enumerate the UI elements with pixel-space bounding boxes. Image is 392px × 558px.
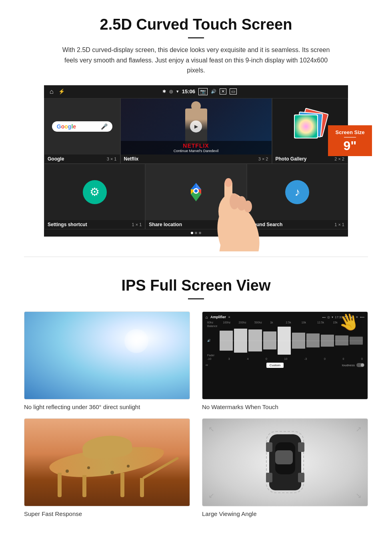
amp-footer: ‹‹ Custom loudness bbox=[206, 363, 364, 368]
leg4 bbox=[140, 478, 144, 497]
sound-thumbnail: ♪ bbox=[247, 164, 348, 220]
google-logo: Google bbox=[57, 123, 76, 130]
app-cell-share[interactable]: Share location 1 × 1 bbox=[145, 164, 246, 229]
status-left: ⌂ ⚡ bbox=[50, 88, 65, 95]
netflix-subtitle: Continue Marvel's Daredevil bbox=[123, 149, 269, 153]
cheetah-label: Super Fast Response bbox=[24, 510, 190, 517]
eq-zero-line bbox=[220, 341, 363, 341]
maps-icon bbox=[184, 180, 208, 204]
play-button[interactable]: ▶ bbox=[190, 120, 202, 132]
leg3 bbox=[120, 473, 124, 497]
home-icon[interactable]: ⌂ bbox=[50, 88, 54, 95]
section2-divider bbox=[188, 298, 204, 299]
arrow-br: ↘ bbox=[356, 491, 362, 500]
badge-size: 9" bbox=[333, 139, 367, 152]
amp-custom-btn[interactable]: Custom bbox=[266, 363, 284, 368]
section-divider bbox=[24, 257, 368, 257]
app-cell-settings[interactable]: ⚙ Settings shortcut 1 × 1 bbox=[44, 164, 145, 229]
status-bar: ⌂ ⚡ ✱ ◎ ▾ 15:06 📷 🔊 ✕ ▭ bbox=[44, 85, 348, 98]
amp-left-labels: Balance 🔊 Fader bbox=[207, 325, 217, 357]
gallery-label: Photo Gallery bbox=[276, 156, 307, 162]
gallery-size: 2 × 2 bbox=[334, 157, 344, 161]
gear-icon: ⚙ bbox=[90, 185, 100, 199]
badge-divider bbox=[344, 137, 356, 138]
badge-title: Screen Size bbox=[333, 129, 367, 135]
section1-divider bbox=[188, 37, 204, 38]
car-wheel-fl bbox=[266, 442, 272, 452]
car-body bbox=[269, 434, 301, 490]
share-label-row: Share location 1 × 1 bbox=[146, 220, 246, 229]
amp-scale: -10 3 4 0 10 -3 0 0 0 bbox=[206, 357, 364, 361]
flower-image bbox=[295, 115, 317, 138]
google-thumbnail: Google 🎤 bbox=[44, 98, 120, 155]
settings-thumbnail: ⚙ bbox=[44, 164, 145, 220]
settings-size: 1 × 1 bbox=[132, 222, 142, 227]
amplifier-label: No Watermarks When Touch bbox=[202, 403, 368, 410]
car-image: ↖ ↗ ↙ ↘ bbox=[202, 418, 368, 506]
section1-description: With 2.5D curved-display screen, this de… bbox=[60, 45, 332, 76]
sunlight-label: No light reflecting under 360° direct su… bbox=[24, 403, 190, 410]
app-cell-netflix[interactable]: ▶ NETFLIX Continue Marvel's Daredevil Ne… bbox=[120, 98, 272, 164]
feature-cheetah: Super Fast Response bbox=[24, 418, 190, 517]
arrow-bl: ↙ bbox=[208, 491, 214, 500]
google-size: 3 × 1 bbox=[107, 157, 117, 161]
settings-label-row: Settings shortcut 1 × 1 bbox=[44, 220, 145, 229]
wifi-icon: ▾ bbox=[176, 89, 179, 94]
maps-icon-svg bbox=[186, 182, 206, 202]
dots-indicator bbox=[44, 229, 348, 237]
amp-loudness-toggle[interactable]: loudness bbox=[342, 363, 364, 367]
netflix-thumbnail: ▶ NETFLIX Continue Marvel's Daredevil bbox=[121, 98, 272, 155]
settings-icon-circle: ⚙ bbox=[83, 180, 107, 204]
arrow-tr: ↗ bbox=[356, 425, 362, 434]
photo-card-3 bbox=[294, 114, 318, 138]
app-cell-google[interactable]: Google 🎤 Google 3 × 1 bbox=[44, 98, 120, 164]
sound-label: Sound Search bbox=[250, 222, 283, 227]
car-wheel-fr bbox=[298, 442, 304, 452]
spot4 bbox=[127, 465, 130, 468]
share-size: 1 × 1 bbox=[233, 222, 243, 227]
status-center: ✱ ◎ ▾ 15:06 📷 🔊 ✕ ▭ bbox=[162, 88, 237, 95]
window-icon: ▭ bbox=[230, 88, 237, 94]
settings-label: Settings shortcut bbox=[48, 222, 87, 227]
sunlight-image bbox=[24, 311, 190, 399]
car-roof bbox=[275, 442, 295, 474]
device-area: ⌂ ⚡ ✱ ◎ ▾ 15:06 📷 🔊 ✕ ▭ bbox=[24, 85, 368, 237]
eq-bars-container: 🖐 bbox=[220, 325, 363, 357]
volume-icon: 🔊 bbox=[211, 89, 216, 94]
sound-size: 1 × 1 bbox=[334, 222, 344, 227]
car-visual: ↖ ↗ ↙ ↘ bbox=[202, 419, 368, 506]
amp-eq-bars: Balance 🔊 Fader bbox=[206, 325, 364, 357]
dot-1 bbox=[191, 232, 193, 234]
google-search-bar[interactable]: Google 🎤 bbox=[52, 121, 112, 132]
google-label: Google bbox=[48, 156, 64, 162]
netflix-label: Netflix bbox=[124, 156, 139, 162]
app-cell-sound[interactable]: ♪ Sound Search 1 × 1 bbox=[247, 164, 348, 229]
google-label-row: Google 3 × 1 bbox=[44, 155, 120, 163]
sound-icon-circle: ♪ bbox=[285, 180, 309, 204]
svg-point-6 bbox=[194, 189, 198, 193]
amplifier-image: ⌂ Amplifier ≡ ••• ◎ ▾ 17:33 📷 🔊 ✕ bbox=[202, 311, 368, 399]
feature-sunlight: No light reflecting under 360° direct su… bbox=[24, 311, 190, 410]
bluetooth-icon: ✱ bbox=[162, 89, 166, 94]
usb-icon: ⚡ bbox=[58, 88, 65, 94]
cheetah-visual bbox=[24, 419, 190, 506]
device-mockup: ⌂ ⚡ ✱ ◎ ▾ 15:06 📷 🔊 ✕ ▭ bbox=[44, 85, 348, 237]
netflix-overlay: NETFLIX Continue Marvel's Daredevil bbox=[121, 141, 272, 155]
feature-grid: No light reflecting under 360° direct su… bbox=[24, 311, 368, 517]
photo-stack bbox=[294, 110, 326, 143]
netflix-size: 3 × 2 bbox=[258, 157, 268, 161]
car-label: Large Viewing Angle bbox=[202, 510, 368, 517]
car-wheel-rl bbox=[266, 473, 272, 482]
feature-car: ↖ ↗ ↙ ↘ bbox=[202, 418, 368, 517]
status-time: 15:06 bbox=[182, 88, 195, 94]
location-icon: ◎ bbox=[169, 89, 173, 94]
app-grid-row1: Google 🎤 Google 3 × 1 bbox=[44, 98, 348, 164]
close-icon: ✕ bbox=[220, 88, 226, 94]
toggle-pill bbox=[356, 363, 364, 367]
dot-3 bbox=[199, 232, 201, 234]
dot-2 bbox=[195, 232, 197, 234]
sunlight-visual bbox=[24, 312, 190, 399]
arrow-tl: ↖ bbox=[208, 425, 214, 434]
netflix-logo: NETFLIX bbox=[123, 143, 269, 149]
mic-icon[interactable]: 🎤 bbox=[101, 123, 108, 130]
